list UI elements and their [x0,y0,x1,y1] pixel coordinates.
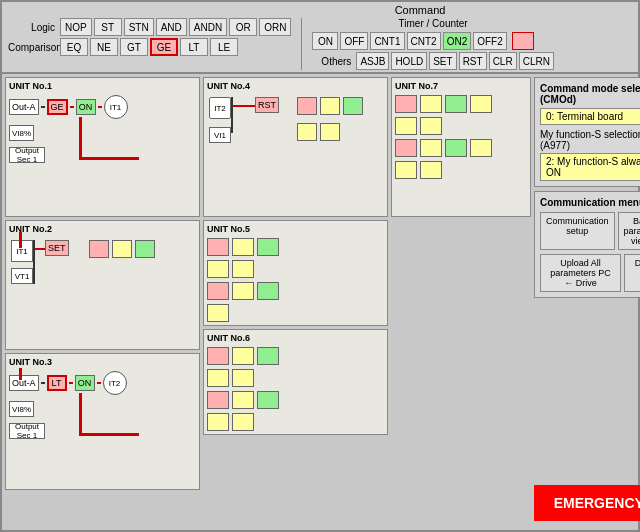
others-row: Others ASJB HOLD SET RST CLR CLRN [312,52,554,70]
tc-label: Timer / Counter [312,18,554,29]
btn-orn[interactable]: ORN [259,18,291,36]
u2-box1[interactable] [89,240,109,258]
btn-andn[interactable]: ANDN [189,18,227,36]
u4-vi1[interactable]: VI1 [209,127,231,143]
u6-yellow1[interactable] [232,347,254,365]
btn-set[interactable]: SET [429,52,456,70]
u1-on[interactable]: ON [76,99,96,115]
u6-pink1[interactable] [207,347,229,365]
u3-lt[interactable]: LT [47,375,67,391]
btn-cnt1[interactable]: CNT1 [370,32,404,50]
u4-box2[interactable] [320,97,340,115]
u1-vi8[interactable]: VI8% [9,125,34,141]
unit5-title: UNIT No.5 [207,224,384,234]
u5-pink1[interactable] [207,238,229,256]
u2-vt1-wrap: VT1 [11,268,33,284]
u3-on[interactable]: ON [75,375,95,391]
u4-box4[interactable] [297,123,317,141]
u7-green2[interactable] [445,139,467,157]
u2-box2[interactable] [112,240,132,258]
u4-it2[interactable]: IT2 [209,97,231,119]
emergency-button[interactable]: EMERGENCY S [534,485,640,521]
btn-ne[interactable]: NE [90,38,118,56]
u7-yellow7[interactable] [395,161,417,179]
download-btn[interactable]: Downl [624,254,640,292]
u6-green1[interactable] [257,347,279,365]
basic-param-btn[interactable]: Basic parameter viewer [618,212,640,250]
comm-menu-label: Communication menu [540,197,640,208]
u2-box3[interactable] [135,240,155,258]
u3-vi8[interactable]: VI8% [9,401,34,417]
btn-off2[interactable]: OFF2 [473,32,507,50]
u4-box1[interactable] [297,97,317,115]
u6-green2[interactable] [257,391,279,409]
u2-vt1[interactable]: VT1 [11,268,33,284]
u2-it1[interactable]: IT1 [11,240,33,262]
btn-and[interactable]: AND [156,18,187,36]
u1-output[interactable]: OutputSec 1 [9,147,45,163]
btn-cnt2[interactable]: CNT2 [407,32,441,50]
u2-right-boxes [89,240,155,258]
btn-eq[interactable]: EQ [60,38,88,56]
u7-yellow5[interactable] [420,139,442,157]
u7-pink2[interactable] [395,139,417,157]
btn-asjb[interactable]: ASJB [356,52,389,70]
u7-yellow4[interactable] [420,117,442,135]
btn-st[interactable]: ST [94,18,122,36]
u5-yellow2[interactable] [207,260,229,278]
u7-pink1[interactable] [395,95,417,113]
btn-nop[interactable]: NOP [60,18,92,36]
comm-setup-btn[interactable]: Communication setup [540,212,615,250]
u7-yellow3[interactable] [395,117,417,135]
u7-yellow8[interactable] [420,161,442,179]
u6-yellow5[interactable] [207,413,229,431]
btn-clrn[interactable]: CLRN [519,52,554,70]
u6-yellow3[interactable] [232,369,254,387]
u1-it1[interactable]: IT1 [104,95,128,119]
u2-set[interactable]: SET [45,240,69,256]
u1-ge[interactable]: GE [47,99,68,115]
u5-yellow1[interactable] [232,238,254,256]
u4-right-boxes2 [297,123,340,141]
u6-yellow2[interactable] [207,369,229,387]
u3-outa[interactable]: Out-A [9,375,39,391]
u5-pink2[interactable] [207,282,229,300]
u5-yellow3[interactable] [232,260,254,278]
u6-yellow4[interactable] [232,391,254,409]
btn-gt[interactable]: GT [120,38,148,56]
u7-yellow6[interactable] [470,139,492,157]
btn-le[interactable]: LE [210,38,238,56]
btn-rst[interactable]: RST [459,52,487,70]
btn-on[interactable]: ON [312,32,338,50]
u4-box5[interactable] [320,123,340,141]
btn-lt[interactable]: LT [180,38,208,56]
u6-pink2[interactable] [207,391,229,409]
btn-stn[interactable]: STN [124,18,154,36]
btn-on2[interactable]: ON2 [443,32,472,50]
u7-yellow1[interactable] [420,95,442,113]
u5-green1[interactable] [257,238,279,256]
btn-hold[interactable]: HOLD [391,52,427,70]
btn-or[interactable]: OR [229,18,257,36]
u7-yellow2[interactable] [470,95,492,113]
function-value[interactable]: 2: My function-S always ON [540,153,640,181]
mode-value[interactable]: 0: Terminal board [540,108,640,125]
u5-green2[interactable] [257,282,279,300]
others-label: Others [312,56,354,67]
u5-yellow4[interactable] [232,282,254,300]
btn-off[interactable]: OFF [340,32,368,50]
btn-clr[interactable]: CLR [489,52,517,70]
u3-output[interactable]: OutputSec 1 [9,423,45,439]
btn-ge[interactable]: GE [150,38,178,56]
upload-btn[interactable]: Upload All parameters PC ← Drive [540,254,621,292]
u6-row4 [207,413,384,431]
logic-comp-section: Logic NOP ST STN AND ANDN OR ORN Compari… [8,18,291,56]
u4-box3[interactable] [343,97,363,115]
u4-rst[interactable]: RST [255,97,279,113]
u7-green1[interactable] [445,95,467,113]
u3-it2[interactable]: IT2 [103,371,127,395]
unit2-box: UNIT No.2 IT1 SET [5,220,200,350]
u1-outa[interactable]: Out-A [9,99,39,115]
u5-yellow5[interactable] [207,304,229,322]
u6-yellow6[interactable] [232,413,254,431]
